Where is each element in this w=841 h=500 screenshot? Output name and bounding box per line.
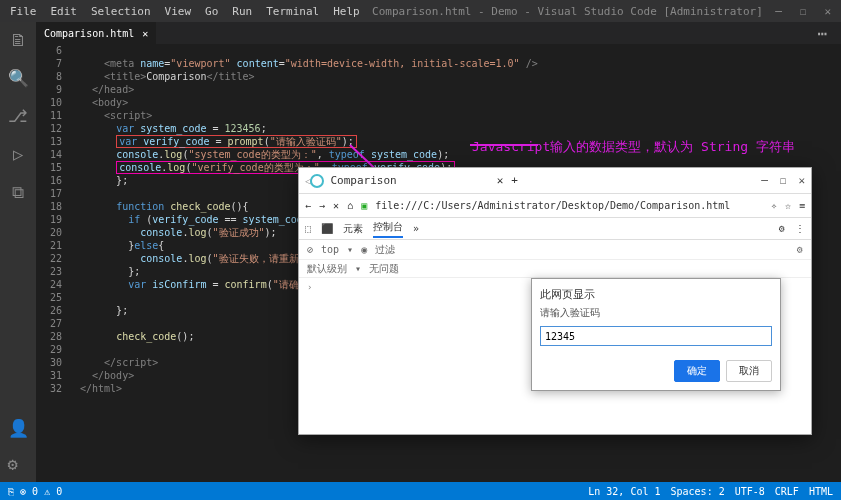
prompt-cancel-button[interactable]: 取消 <box>726 360 772 382</box>
settings-icon[interactable]: ⚙ <box>8 454 29 474</box>
reader-icon[interactable]: ✧ <box>771 200 777 211</box>
status-lncol[interactable]: Ln 32, Col 1 <box>588 486 660 497</box>
prompt-ok-button[interactable]: 确定 <box>674 360 720 382</box>
browser-window: ◁ Comparison ✕ + ─ ☐ ✕ ← → ✕ ⌂ ▣ file://… <box>298 167 812 435</box>
menu-view[interactable]: View <box>165 5 192 18</box>
status-eol[interactable]: CRLF <box>775 486 799 497</box>
search-icon[interactable]: 🔍 <box>8 68 29 88</box>
menu-icon[interactable]: ≡ <box>799 200 805 211</box>
devtools-more-icon[interactable]: » <box>413 223 419 234</box>
bookmark-icon[interactable]: ☆ <box>785 200 791 211</box>
secure-icon: ▣ <box>361 200 367 211</box>
window-title: Comparison.html - Demo - Visual Studio C… <box>360 5 775 18</box>
browser-minimize-icon[interactable]: ─ <box>761 174 768 187</box>
inspect-icon[interactable]: ⬚ <box>305 223 311 234</box>
address-bar[interactable]: file:///C:/Users/Administrator/Desktop/D… <box>375 200 763 211</box>
browser-favicon <box>310 174 324 188</box>
devtools-console-tab[interactable]: 控制台 <box>373 220 403 238</box>
browser-newtab-icon[interactable]: + <box>511 174 518 187</box>
tab-close-icon[interactable]: ✕ <box>142 28 148 39</box>
status-bar: ⎘ ⊗ 0 ⚠ 0 Ln 32, Col 1 Spaces: 2 UTF-8 C… <box>0 482 841 500</box>
browser-tab-close-icon[interactable]: ✕ <box>497 174 504 187</box>
devtools-level-select[interactable]: 默认级别 <box>307 262 347 276</box>
extensions-icon[interactable]: ⧉ <box>12 182 24 202</box>
tab-more-icon[interactable]: ⋯ <box>817 24 841 43</box>
devtools-elements-tab[interactable]: 元素 <box>343 222 363 236</box>
account-icon[interactable]: 👤 <box>8 418 29 438</box>
status-spaces[interactable]: Spaces: 2 <box>671 486 725 497</box>
prompt-message: 请输入验证码 <box>540 306 772 320</box>
explorer-icon[interactable]: 🗎 <box>10 30 27 50</box>
menu-bar: File Edit Selection View Go Run Terminal… <box>0 5 360 18</box>
editor-tab[interactable]: Comparison.html ✕ <box>36 22 157 44</box>
devtools-settings-icon[interactable]: ⚙ <box>779 223 785 234</box>
line-gutter: 6789101112131415161718192021222324252627… <box>36 44 72 395</box>
close-icon[interactable]: ✕ <box>824 5 831 18</box>
activity-bar: 🗎 🔍 ⎇ ▷ ⧉ 👤 ⚙ <box>0 22 36 482</box>
menu-run[interactable]: Run <box>232 5 252 18</box>
nav-back-icon[interactable]: ← <box>305 200 311 211</box>
js-prompt-dialog: 此网页显示 请输入验证码 确定 取消 <box>531 278 781 391</box>
prompt-title: 此网页显示 <box>540 287 772 302</box>
device-icon[interactable]: ⬛ <box>321 223 333 234</box>
status-lang[interactable]: HTML <box>809 486 833 497</box>
browser-tab-title: Comparison <box>330 174 396 187</box>
devtools-clear-icon[interactable]: ⊘ <box>307 244 313 255</box>
nav-forward-icon[interactable]: → <box>319 200 325 211</box>
menu-help[interactable]: Help <box>333 5 360 18</box>
status-remote-icon[interactable]: ⎘ <box>8 486 14 497</box>
debug-icon[interactable]: ▷ <box>13 144 23 164</box>
status-errors[interactable]: ⊗ 0 ⚠ 0 <box>20 486 62 497</box>
browser-close-icon[interactable]: ✕ <box>798 174 805 187</box>
menu-go[interactable]: Go <box>205 5 218 18</box>
devtools-eye-icon[interactable]: ◉ <box>361 244 367 255</box>
maximize-icon[interactable]: ☐ <box>800 5 807 18</box>
prompt-input[interactable] <box>540 326 772 346</box>
source-control-icon[interactable]: ⎇ <box>8 106 28 126</box>
status-encoding[interactable]: UTF-8 <box>735 486 765 497</box>
tab-label: Comparison.html <box>44 28 134 39</box>
devtools-filter-settings-icon[interactable]: ⚙ <box>797 244 803 255</box>
menu-edit[interactable]: Edit <box>51 5 78 18</box>
devtools-filter-input[interactable]: 过滤 <box>375 243 395 257</box>
devtools-no-issues: 无问题 <box>369 262 399 276</box>
menu-terminal[interactable]: Terminal <box>266 5 319 18</box>
menu-file[interactable]: File <box>10 5 37 18</box>
devtools-menu-icon[interactable]: ⋮ <box>795 223 805 234</box>
nav-home-icon[interactable]: ⌂ <box>347 200 353 211</box>
nav-reload-icon[interactable]: ✕ <box>333 200 339 211</box>
minimize-icon[interactable]: ─ <box>775 5 782 18</box>
browser-maximize-icon[interactable]: ☐ <box>780 174 787 187</box>
devtools-top-select[interactable]: top <box>321 244 339 255</box>
menu-selection[interactable]: Selection <box>91 5 151 18</box>
annotation-text: Javascript输入的数据类型，默认为 String 字符串 <box>472 138 795 156</box>
